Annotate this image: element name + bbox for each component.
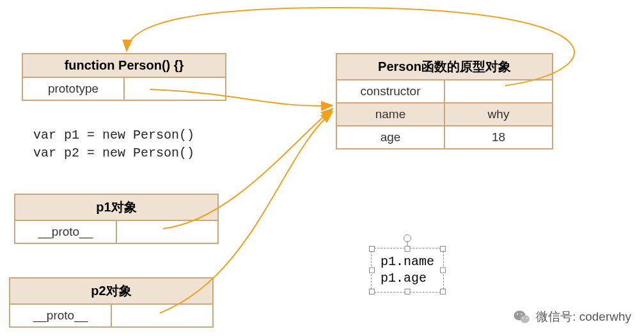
svg-point-1 — [521, 315, 530, 323]
person-function-prototype-key: prototype — [23, 78, 123, 100]
prototype-object-title: Person函数的原型对象 — [337, 54, 552, 80]
svg-point-5 — [526, 317, 528, 319]
proto-name-val: why — [444, 103, 552, 125]
floating-expression-box: p1.name p1.age — [371, 248, 444, 293]
proto-age-key: age — [337, 126, 444, 148]
proto-constructor-val — [444, 80, 552, 102]
p1-object-box: p1对象 __proto__ — [14, 194, 219, 244]
person-function-prototype-val — [123, 78, 225, 100]
proto-name-key: name — [337, 103, 444, 125]
p2-object-title: p2对象 — [10, 279, 212, 305]
p2-proto-val — [111, 305, 212, 326]
resize-handle-icon — [440, 246, 446, 252]
resize-handle-icon — [369, 246, 375, 252]
resize-handle-icon — [440, 268, 446, 273]
resize-handle-icon — [369, 289, 375, 294]
p1-proto-key: __proto__ — [15, 221, 116, 243]
svg-point-2 — [517, 314, 518, 315]
p2-object-box: p2对象 __proto__ — [9, 277, 214, 328]
resize-handle-icon — [440, 289, 446, 294]
svg-point-3 — [521, 314, 522, 315]
prototype-object-box: Person函数的原型对象 constructor name why age 1… — [336, 53, 553, 149]
svg-point-4 — [522, 317, 524, 319]
resize-handle-icon — [369, 268, 375, 273]
code-snippet: var p1 = new Person() var p2 = new Perso… — [33, 126, 194, 162]
p1-proto-val — [116, 221, 217, 243]
credit-line: 微信号: coderwhy — [513, 308, 631, 326]
credit-text: 微信号: coderwhy — [536, 309, 631, 325]
floating-expression-text: p1.name p1.age — [381, 254, 434, 286]
proto-age-val: 18 — [444, 126, 552, 148]
proto-constructor-key: constructor — [337, 80, 444, 102]
resize-handle-icon — [405, 289, 411, 294]
resize-handle-icon — [405, 246, 411, 252]
person-function-box: function Person() {} prototype — [22, 53, 226, 101]
person-function-title: function Person() {} — [23, 54, 225, 78]
p2-proto-key: __proto__ — [10, 305, 111, 326]
p1-object-title: p1对象 — [15, 195, 217, 221]
wechat-icon — [513, 308, 531, 326]
